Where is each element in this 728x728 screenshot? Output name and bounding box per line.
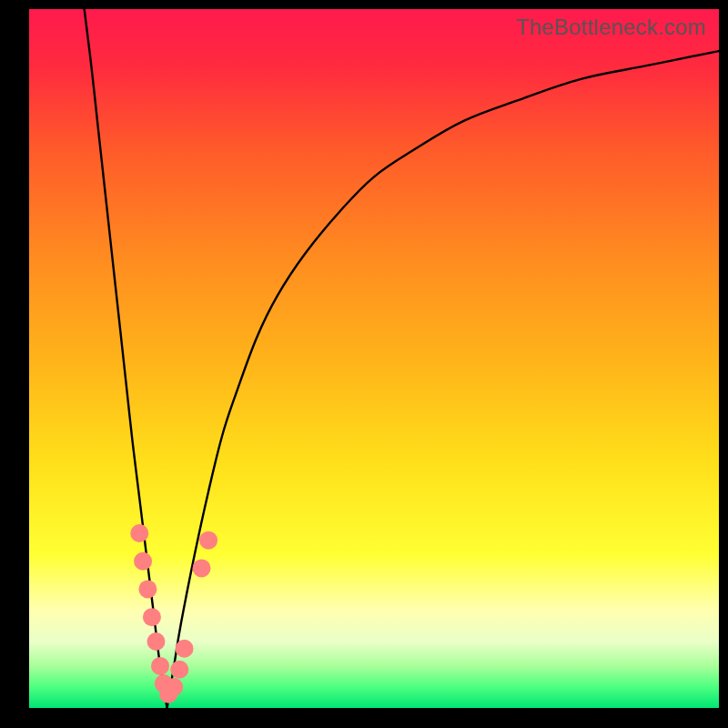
curve-left-branch [85,9,167,708]
marker-point [138,580,157,598]
marker-point [176,640,194,658]
marker-point [134,552,152,571]
marker-point [147,632,165,651]
curve-layer [29,9,719,708]
marker-point [130,524,148,542]
marker-point [143,608,161,626]
plot-area: TheBottleneck.com [29,9,719,708]
marker-point [193,559,211,577]
marker-point [165,678,183,696]
watermark-text: TheBottleneck.com [516,15,706,40]
curve-right-branch [167,51,719,708]
marker-point [199,531,217,550]
marker-point [151,657,169,675]
marker-point [170,661,188,679]
